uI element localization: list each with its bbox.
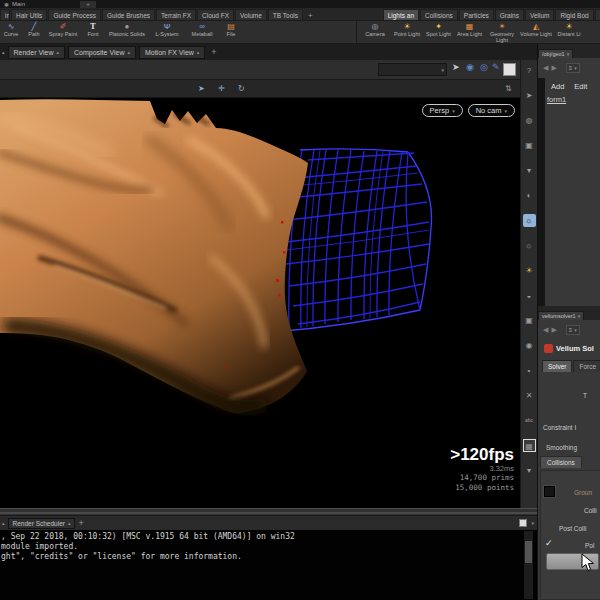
cloth-object[interactable] <box>0 99 308 413</box>
display-options-icon[interactable]: ▾ <box>523 164 536 177</box>
tool-curve[interactable]: ∿ Curve <box>0 21 22 43</box>
scene-3d[interactable] <box>0 98 520 508</box>
perspective-selector[interactable]: Persp ▾ <box>422 104 463 117</box>
tab-render-scheduler[interactable]: Render Scheduler ▴ <box>8 518 76 529</box>
globe-icon[interactable]: ◉ <box>466 62 474 72</box>
edit-menu[interactable]: Edit <box>574 82 587 91</box>
tool-file[interactable]: ▤ File <box>218 21 244 43</box>
image-plane-icon[interactable]: ▦ <box>523 439 536 452</box>
add-pane-tab-button[interactable]: + <box>78 518 83 528</box>
new-desktop-tab-button[interactable]: + <box>80 1 96 8</box>
playbar-strip[interactable] <box>0 508 537 516</box>
console-scrollbar[interactable] <box>524 531 533 599</box>
materials-icon[interactable]: ◉ <box>523 339 536 352</box>
point-markers-icon[interactable]: • <box>523 364 536 377</box>
maximize-pane-icon[interactable] <box>519 519 527 527</box>
tree-item-form1[interactable]: form1 <box>538 95 600 104</box>
tab-forces[interactable]: Force <box>573 360 600 372</box>
shelf-tab-vellum[interactable]: Vellum <box>525 9 555 20</box>
collisions-section-tab[interactable]: Collisions <box>540 456 582 468</box>
pane-menu-arrow-icon[interactable]: ▾ <box>531 520 534 526</box>
shelf-tab-guide-brushes[interactable]: Guide Brushes <box>102 9 155 20</box>
tab-menu-arrow-icon[interactable]: ▴ <box>56 49 59 55</box>
tab-solver[interactable]: Solver <box>542 360 572 372</box>
pane-collapse-icon[interactable]: ▴ <box>2 49 5 55</box>
add-shelf-tab-button[interactable]: + <box>304 11 317 20</box>
camera-selector[interactable]: No cam ▾ <box>468 104 515 117</box>
pane-collapse-icon[interactable]: ▴ <box>2 520 5 526</box>
shading-mode-icon[interactable]: ◐ <box>523 189 536 202</box>
shelf-tab-cloud-fx[interactable]: Cloud FX <box>197 9 234 20</box>
strip-dropdown-icon[interactable]: ▾ <box>523 464 536 477</box>
desktop-name[interactable]: Main <box>12 1 25 7</box>
tool-spray-paint[interactable]: ✐ Spray Paint <box>46 21 80 43</box>
shelf-tab-collisions[interactable]: Collisions <box>420 9 458 20</box>
headlight-icon[interactable]: ☼ <box>523 214 536 227</box>
tab-menu-arrow-icon[interactable]: ▴ <box>127 49 130 55</box>
shelf-tab-volume[interactable]: Volume <box>235 9 267 20</box>
tool-volume-light[interactable]: ◭ Volume Light <box>519 21 553 43</box>
shelf-tab-particle-fluids[interactable]: Particle Fl <box>595 9 600 20</box>
tool-geometry-light[interactable]: ✴ Geometry Light <box>485 21 519 43</box>
back-icon[interactable]: ◀ <box>543 326 548 334</box>
hide-objects-icon[interactable]: ➤ <box>523 89 536 102</box>
tool-distant-light[interactable]: ☀ Distant Li <box>553 21 585 43</box>
shelf-tab-hair-utils[interactable]: Hair Utils <box>11 9 47 20</box>
back-icon[interactable]: ◀ <box>543 64 548 72</box>
tab-menu-arrow-icon[interactable]: ▴ <box>197 49 200 55</box>
python-console-output[interactable]: , Sep 22 2018, 00:10:32) [MSC v.1915 64 … <box>0 530 537 600</box>
forward-icon[interactable]: ▶ <box>551 64 556 72</box>
param-node-tab[interactable]: vellumsolver1 ▾ <box>538 311 584 320</box>
shelf-tab-constraints[interactable]: ints <box>0 9 10 20</box>
tab-composite-view[interactable]: Composite View ▴ <box>68 46 136 59</box>
forward-icon[interactable]: ▶ <box>551 326 556 334</box>
param-menu-button[interactable]: ≡ ▾ <box>566 325 580 335</box>
ghost-objects-icon[interactable]: ◍ <box>523 114 536 127</box>
shadows-icon[interactable]: ◒ <box>523 289 536 302</box>
select-tool-icon[interactable]: ➤ <box>198 84 205 93</box>
ground-collision-checkbox[interactable] <box>544 486 555 497</box>
help-icon[interactable]: ? <box>523 64 536 77</box>
add-pane-tab-button[interactable]: + <box>208 47 219 57</box>
hq-lighting-icon[interactable]: ☀ <box>523 264 536 277</box>
shelf-tab-tb-tools[interactable]: TB Tools <box>268 9 303 20</box>
shelf-tab-grains[interactable]: Grains <box>495 9 524 20</box>
param-action-button[interactable] <box>546 553 599 570</box>
edit-pose-icon[interactable]: ✎ <box>492 62 500 72</box>
layers-icon[interactable]: ◎ <box>480 62 488 72</box>
add-menu[interactable]: Add <box>551 82 564 91</box>
tool-metaball[interactable]: ∞ Metaball <box>186 21 218 43</box>
network-path-tab[interactable]: /obj/geo1 ▾ <box>538 49 573 58</box>
shelf-tab-terrain-fx[interactable]: Terrain FX <box>156 9 196 20</box>
rotate-tool-icon[interactable]: ↻ <box>238 84 245 93</box>
cursor-arrow-icon[interactable]: ➤ <box>452 62 460 72</box>
tool-font[interactable]: T Font <box>80 21 106 43</box>
vertex-markers-icon[interactable]: ✕ <box>523 389 536 402</box>
viewport-combo-field[interactable]: ▾ <box>378 63 447 76</box>
shelf-tab-rigid-bodies[interactable]: Rigid Bod <box>555 9 593 20</box>
tool-l-system[interactable]: Ψ L-System <box>148 21 186 43</box>
text-markers-icon[interactable]: abc <box>523 414 536 427</box>
shelf-tab-lights[interactable]: Lights an <box>383 9 419 20</box>
tool-path[interactable]: ╱ Path <box>22 21 46 43</box>
sort-icon[interactable]: ⇅ <box>505 84 512 93</box>
list-mode-button[interactable]: ≡ ▾ <box>566 63 580 73</box>
tool-point-light[interactable]: ☀ Point Light <box>391 21 423 43</box>
tool-area-light[interactable]: ▦ Area Light <box>454 21 485 43</box>
tab-motion-fx-view[interactable]: Motion FX View ▴ <box>139 46 205 59</box>
white-frame-icon[interactable] <box>503 63 516 76</box>
scene-viewport[interactable]: Persp ▾ No cam ▾ >120fps 3.32ms 14,700 p… <box>0 98 520 508</box>
snapshot-icon[interactable]: ▣ <box>523 314 536 327</box>
pan-tool-icon[interactable]: ✛ <box>218 84 225 93</box>
tool-spot-light[interactable]: ✦ Spot Light <box>423 21 454 43</box>
shelf-tab-guide-process[interactable]: Guide Process <box>48 9 101 20</box>
tab-menu-arrow-icon[interactable]: ▴ <box>68 520 71 526</box>
shelf-tab-particles[interactable]: Particles <box>459 9 494 20</box>
lock-camera-icon[interactable]: ▣ <box>523 139 536 152</box>
scrollbar-handle[interactable] <box>525 541 532 563</box>
tool-camera[interactable]: ◎ Camera <box>359 21 391 43</box>
tab-render-view[interactable]: Render View ▴ <box>8 46 65 59</box>
normal-lights-icon[interactable]: ☼ <box>523 239 536 252</box>
polish-checkmark-icon[interactable]: ✓ <box>545 538 553 548</box>
tool-platonic-solids[interactable]: ● Platonic Solids <box>106 21 148 43</box>
